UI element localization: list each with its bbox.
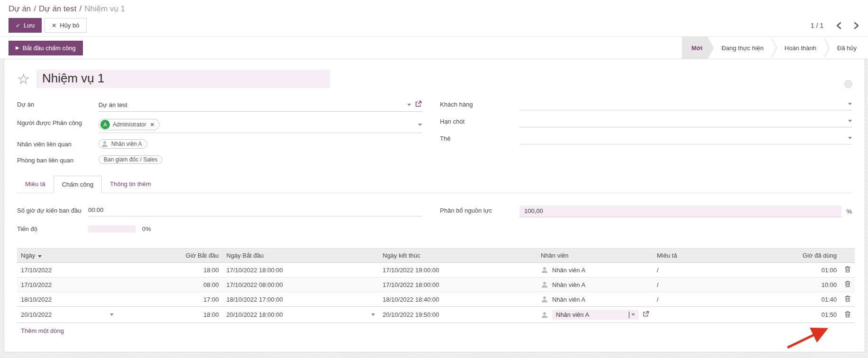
- cell-end-datetime[interactable]: 17/10/2022 19:00:00: [379, 263, 537, 277]
- cell-start-datetime[interactable]: 17/10/2022 18:00:00: [223, 263, 379, 277]
- tag-remove-icon[interactable]: ✕: [150, 122, 154, 128]
- assignee-tag-label: Administrator: [113, 121, 146, 128]
- cell-start-time[interactable]: 17:00: [117, 292, 223, 307]
- stage-done[interactable]: Hoàn thành: [777, 37, 824, 59]
- add-line-link[interactable]: Thêm một dòng: [21, 326, 64, 336]
- cell-duration[interactable]: 10:00: [733, 277, 841, 292]
- cell-delete[interactable]: [841, 292, 855, 307]
- tags-field[interactable]: [519, 134, 852, 144]
- cell-description[interactable]: /: [653, 292, 733, 307]
- task-title-input[interactable]: Nhiệm vụ 1: [36, 70, 330, 88]
- start-timer-button[interactable]: ▶ Bắt đầu chấm công: [9, 41, 83, 55]
- chevron-down-icon[interactable]: [848, 137, 852, 139]
- cell-date[interactable]: 17/10/2022: [17, 277, 117, 292]
- cell-employee-editing[interactable]: Nhân viên A: [537, 307, 653, 323]
- trash-icon[interactable]: [844, 295, 851, 304]
- allocation-input[interactable]: 100,00: [519, 206, 841, 217]
- tab-extra-info[interactable]: Thông tin thêm: [102, 176, 159, 193]
- save-button[interactable]: ✓ Lưu: [9, 18, 42, 33]
- person-icon: [541, 311, 548, 319]
- table-header-row: Ngày Giờ Bắt đầu Ngày Bắt đầu Ngày kết t…: [17, 249, 855, 263]
- title-row: ☆ Nhiệm vụ 1: [17, 70, 852, 88]
- column-header-start-datetime[interactable]: Ngày Bắt đầu: [223, 249, 379, 263]
- timesheet-row-1[interactable]: 17/10/2022 18:00 17/10/2022 18:00:00 17/…: [17, 263, 855, 277]
- timesheet-row-4-editing[interactable]: 20/10/2022 18:00 20/10/2022 18:00:00 20/…: [17, 307, 855, 323]
- stage-in-progress[interactable]: Đang thực hiện: [714, 37, 771, 59]
- chevron-down-icon[interactable]: [848, 103, 852, 105]
- cell-delete[interactable]: [841, 263, 855, 277]
- project-value[interactable]: Dự án test: [98, 101, 407, 108]
- discard-button-label: Hủy bỏ: [60, 22, 79, 29]
- timesheet-tab-fields: Số giờ dự kiến ban đầu 00:00 Tiến độ 0% …: [17, 206, 852, 240]
- tab-description[interactable]: Miêu tả: [17, 176, 54, 193]
- timesheet-row-3[interactable]: 18/10/2022 17:00 18/10/2022 17:00:00 18/…: [17, 292, 855, 307]
- cell-end-datetime[interactable]: 17/10/2022 18:00:00: [379, 277, 537, 292]
- cell-end-datetime[interactable]: 18/10/2022 18:40:00: [379, 292, 537, 307]
- assignee-field[interactable]: A Administrator ✕: [98, 118, 422, 133]
- column-header-description[interactable]: Miêu tả: [653, 249, 733, 263]
- cell-duration[interactable]: 01:00: [733, 263, 841, 277]
- chevron-down-icon[interactable]: [371, 313, 375, 316]
- chevron-down-icon[interactable]: [110, 313, 114, 316]
- department-tag-label: Ban giám đốc / Sales: [104, 156, 157, 163]
- notebook-left-group: Số giờ dự kiến ban đầu 00:00 Tiến độ 0%: [17, 206, 422, 240]
- chevron-down-icon[interactable]: [418, 124, 422, 126]
- cell-description[interactable]: /: [653, 277, 733, 292]
- cell-start-time[interactable]: 18:00: [117, 263, 223, 277]
- planned-hours-field[interactable]: 00:00: [88, 206, 422, 216]
- cell-description[interactable]: /: [653, 263, 733, 277]
- chevron-down-icon[interactable]: [407, 104, 411, 106]
- cell-start-time-editing[interactable]: 18:00: [117, 307, 223, 323]
- trash-icon[interactable]: [844, 266, 851, 274]
- column-header-date[interactable]: Ngày: [17, 249, 117, 263]
- employee-tag[interactable]: Nhân viên A: [98, 139, 147, 149]
- cell-duration[interactable]: 01:40: [733, 292, 841, 307]
- cell-employee[interactable]: Nhân viên A: [537, 263, 653, 277]
- trash-icon[interactable]: [844, 311, 851, 319]
- deadline-field[interactable]: [519, 116, 852, 127]
- cell-employee[interactable]: Nhân viên A: [537, 277, 653, 292]
- column-header-end-datetime[interactable]: Ngày kết thúc: [379, 249, 537, 263]
- cell-start-datetime[interactable]: 17/10/2022 08:00:00: [223, 277, 379, 292]
- cell-date[interactable]: 18/10/2022: [17, 292, 117, 307]
- column-header-duration[interactable]: Giờ đã dùng: [733, 249, 841, 263]
- assignee-tag[interactable]: A Administrator ✕: [98, 119, 160, 130]
- pager-previous-icon[interactable]: [836, 22, 842, 29]
- chevron-down-icon[interactable]: [848, 120, 852, 122]
- cell-start-datetime[interactable]: 18/10/2022 17:00:00: [223, 292, 379, 307]
- left-field-group: Dự án Dự án test Người được Phân công: [17, 99, 422, 171]
- project-field[interactable]: Dự án test: [98, 99, 422, 112]
- stage-new[interactable]: Mới: [682, 37, 714, 59]
- timesheet-row-2[interactable]: 17/10/2022 08:00 17/10/2022 08:00:00 17/…: [17, 277, 855, 292]
- cell-description-editing[interactable]: [653, 307, 733, 323]
- breadcrumb-projects[interactable]: Dự án: [9, 4, 31, 13]
- pager-next-icon[interactable]: [853, 22, 859, 29]
- planned-hours-row: Số giờ dự kiến ban đầu 00:00: [17, 206, 422, 216]
- employee-input[interactable]: Nhân viên A: [552, 310, 639, 320]
- column-header-employee[interactable]: Nhân viên: [537, 249, 653, 263]
- cell-duration-editing[interactable]: 01:50: [733, 307, 841, 323]
- cell-start-time[interactable]: 08:00: [117, 277, 223, 292]
- cell-delete[interactable]: [841, 307, 855, 323]
- stage-cancelled[interactable]: Đã hủy: [830, 37, 864, 59]
- cell-date[interactable]: 17/10/2022: [17, 263, 117, 277]
- cell-start-datetime-editing[interactable]: 20/10/2022 18:00:00: [223, 307, 379, 323]
- customer-field[interactable]: [519, 99, 852, 110]
- cell-date-editing[interactable]: 20/10/2022: [17, 307, 117, 323]
- column-header-start-time[interactable]: Giờ Bắt đầu: [117, 249, 223, 263]
- form-sheet: ☆ Nhiệm vụ 1 Dự án Dự án test Ngườ: [4, 59, 865, 352]
- external-link-icon[interactable]: [643, 311, 649, 319]
- external-link-icon[interactable]: [415, 100, 422, 109]
- cell-employee[interactable]: Nhân viên A: [537, 292, 653, 307]
- cell-delete[interactable]: [841, 277, 855, 292]
- chevron-down-icon[interactable]: [631, 313, 635, 316]
- breadcrumb-project-test[interactable]: Dự án test: [39, 4, 76, 13]
- trash-icon[interactable]: [844, 280, 851, 289]
- project-label: Dự án: [17, 99, 98, 112]
- discard-button[interactable]: ✕ Hủy bỏ: [45, 18, 86, 33]
- cell-end-datetime-selected[interactable]: 20/10/2022 19:50:00: [379, 307, 537, 323]
- favorite-star-icon[interactable]: ☆: [17, 72, 30, 86]
- tab-timesheet[interactable]: Chấm công: [54, 176, 102, 193]
- planned-hours-value[interactable]: 00:00: [88, 206, 422, 214]
- department-tag[interactable]: Ban giám đốc / Sales: [98, 155, 162, 164]
